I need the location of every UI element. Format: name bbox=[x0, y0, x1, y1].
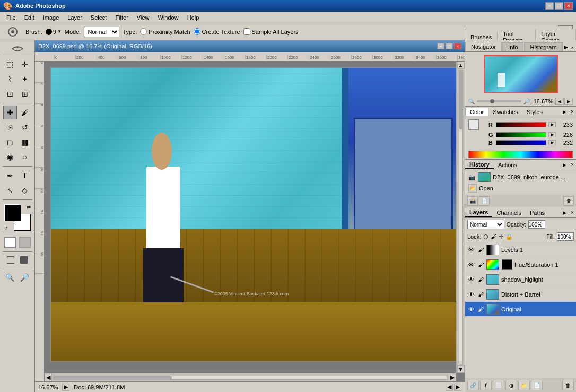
v-scroll-thumb[interactable] bbox=[459, 71, 462, 129]
actions-tab[interactable]: Actions bbox=[494, 161, 521, 169]
layer-item-original[interactable]: 👁 🖌 Original bbox=[465, 302, 576, 317]
navigator-panel-close[interactable]: × bbox=[570, 44, 575, 51]
layers-tab[interactable]: Layers bbox=[465, 208, 492, 217]
navigator-panel-menu[interactable]: ▶ bbox=[563, 43, 569, 51]
history-delete-btn[interactable]: 🗑 bbox=[563, 196, 574, 206]
tool-preset-btn[interactable] bbox=[3, 25, 22, 38]
scroll-up-btn[interactable]: ▲ bbox=[457, 62, 465, 69]
healing-brush-tool[interactable]: ✚ bbox=[3, 106, 17, 119]
layer-delete-btn[interactable]: 🗑 bbox=[562, 380, 574, 390]
layer-item-huesat[interactable]: 👁 🖌 Hue/Saturation 1 bbox=[465, 257, 576, 272]
nav-zoom-out-icon[interactable]: 🔍 bbox=[468, 99, 475, 104]
menu-item-file[interactable]: File bbox=[2, 13, 20, 22]
menu-item-select[interactable]: Select bbox=[86, 13, 111, 22]
canvas-scroll[interactable]: ©2005 Vincent Bockaert 123di.com ◀ ▶ ▲ bbox=[45, 62, 465, 381]
eraser-tool[interactable]: ◻ bbox=[3, 135, 17, 149]
layer-mask-btn[interactable]: ⬜ bbox=[493, 380, 504, 390]
histogram-tab[interactable]: Histogram bbox=[524, 42, 562, 51]
g-slider-handle[interactable]: ▶ bbox=[548, 132, 556, 137]
proximity-match-option[interactable]: Proximity Match bbox=[140, 28, 190, 35]
lock-transparent-icon[interactable]: ⬡ bbox=[483, 233, 488, 240]
reset-colors-icon[interactable]: ↺ bbox=[4, 226, 8, 231]
opacity-input[interactable] bbox=[528, 220, 545, 229]
color-spectrum[interactable] bbox=[468, 151, 573, 158]
history-menu-btn[interactable]: ▶ bbox=[560, 162, 569, 168]
path-tool[interactable]: ✒ bbox=[3, 169, 17, 182]
v-scroll-track[interactable] bbox=[459, 70, 463, 364]
menu-item-edit[interactable]: Edit bbox=[20, 13, 39, 22]
dodge-tool[interactable]: ○ bbox=[18, 150, 32, 164]
select-tool[interactable]: ↖ bbox=[3, 184, 17, 197]
move-tool[interactable]: ✛ bbox=[18, 57, 32, 71]
layer-adj-btn[interactable]: ◑ bbox=[505, 380, 517, 390]
g-slider[interactable] bbox=[496, 132, 546, 137]
brush-selector[interactable]: 9 ▼ bbox=[46, 29, 62, 35]
history-snapshot-btn[interactable]: 📸 bbox=[467, 196, 478, 206]
nav-zoom-slider[interactable] bbox=[477, 100, 521, 102]
menu-item-filter[interactable]: Filter bbox=[111, 13, 132, 22]
menu-item-layer[interactable]: Layer bbox=[63, 13, 86, 22]
history-file-item[interactable]: 📷 D2X_0699_nikon_europe.... bbox=[466, 171, 575, 183]
menu-item-view[interactable]: View bbox=[133, 13, 154, 22]
swap-colors-icon[interactable]: ⇄ bbox=[27, 204, 31, 210]
nav-next-btn[interactable]: ▶ bbox=[454, 384, 461, 391]
scroll-left-btn[interactable]: ◀ bbox=[45, 374, 52, 381]
text-tool[interactable]: T bbox=[18, 169, 32, 182]
doc-close-btn[interactable]: × bbox=[454, 43, 461, 49]
zoom-status-arrow[interactable]: ▶ bbox=[62, 384, 69, 391]
layer-item-shadow[interactable]: 👁 🖌 shadow_higlight bbox=[465, 272, 576, 287]
color-panel-menu[interactable]: ▶ bbox=[560, 109, 569, 115]
h-scrollbar[interactable]: ◀ ▶ bbox=[45, 373, 456, 381]
layer-link-btn[interactable]: 🔗 bbox=[467, 380, 479, 390]
blur-tool[interactable]: ◉ bbox=[3, 150, 17, 164]
gradient-tool[interactable]: ▦ bbox=[18, 135, 32, 149]
history-open-item[interactable]: 📂 Open bbox=[466, 183, 575, 194]
h-scroll-thumb[interactable] bbox=[54, 376, 172, 379]
navigator-tab[interactable]: Navigator bbox=[465, 42, 502, 51]
h-scroll-track[interactable] bbox=[53, 376, 448, 380]
channels-tab[interactable]: Channels bbox=[492, 209, 525, 216]
stamp-tool[interactable]: ⎘ bbox=[3, 120, 17, 134]
b-slider[interactable] bbox=[496, 140, 546, 145]
nav-prev-btn[interactable]: ◀ bbox=[446, 384, 453, 391]
blend-mode-dropdown[interactable]: Normal Multiply Screen bbox=[467, 220, 504, 229]
foreground-color[interactable] bbox=[4, 204, 21, 221]
layers-menu-btn[interactable]: ▶ bbox=[560, 210, 569, 215]
layer-eye-distort[interactable]: 👁 bbox=[467, 291, 475, 298]
marquee-tool[interactable]: ⬚ bbox=[3, 57, 17, 71]
swatches-tab[interactable]: Swatches bbox=[488, 108, 522, 116]
styles-tab[interactable]: Styles bbox=[522, 108, 547, 116]
close-button[interactable]: × bbox=[564, 2, 573, 10]
nav-zoom-thumb[interactable] bbox=[490, 99, 494, 103]
layer-eye-original[interactable]: 👁 bbox=[467, 306, 475, 313]
menu-item-window[interactable]: Window bbox=[154, 13, 183, 22]
history-tab[interactable]: History bbox=[465, 161, 494, 169]
menu-item-image[interactable]: Image bbox=[39, 13, 64, 22]
history-brush-tool[interactable]: ↺ bbox=[18, 120, 32, 134]
lock-all-icon[interactable]: 🔒 bbox=[505, 233, 513, 240]
nav-zoom-in-icon[interactable]: 🔎 bbox=[523, 99, 530, 104]
layer-item-levels1[interactable]: 👁 🖌 Levels 1 bbox=[465, 242, 576, 257]
lock-position-icon[interactable]: ✛ bbox=[499, 233, 503, 240]
minimize-button[interactable]: − bbox=[545, 2, 554, 10]
nav-fit-btn[interactable]: ◀ bbox=[555, 98, 564, 105]
scroll-right-btn[interactable]: ▶ bbox=[449, 374, 456, 381]
nav-full-btn[interactable]: ▶ bbox=[564, 98, 573, 105]
r-slider-handle[interactable]: ▶ bbox=[548, 122, 556, 127]
paths-tab[interactable]: Paths bbox=[526, 209, 549, 216]
layer-item-distort[interactable]: 👁 🖌 Distort + Barrel bbox=[465, 287, 576, 302]
layers-close-btn[interactable]: × bbox=[569, 210, 576, 215]
v-scrollbar[interactable]: ▲ ▼ bbox=[456, 62, 465, 373]
layer-fx-btn[interactable]: ƒ bbox=[480, 380, 492, 390]
fill-input[interactable] bbox=[557, 232, 574, 241]
layer-eye-shadow[interactable]: 👁 bbox=[467, 276, 475, 283]
doc-minimize-btn[interactable]: − bbox=[437, 43, 444, 49]
brush-dropdown-arrow[interactable]: ▼ bbox=[57, 29, 62, 34]
screen-mode-btn[interactable] bbox=[4, 254, 31, 266]
history-new-doc-btn[interactable]: 📄 bbox=[479, 196, 490, 206]
slice-tool[interactable]: ⊞ bbox=[18, 87, 32, 101]
info-tab[interactable]: Info bbox=[502, 42, 523, 51]
color-tab[interactable]: Color bbox=[465, 108, 488, 116]
brush-tool[interactable]: 🖌 bbox=[18, 106, 32, 119]
lock-pixels-icon[interactable]: 🖌 bbox=[491, 233, 496, 240]
